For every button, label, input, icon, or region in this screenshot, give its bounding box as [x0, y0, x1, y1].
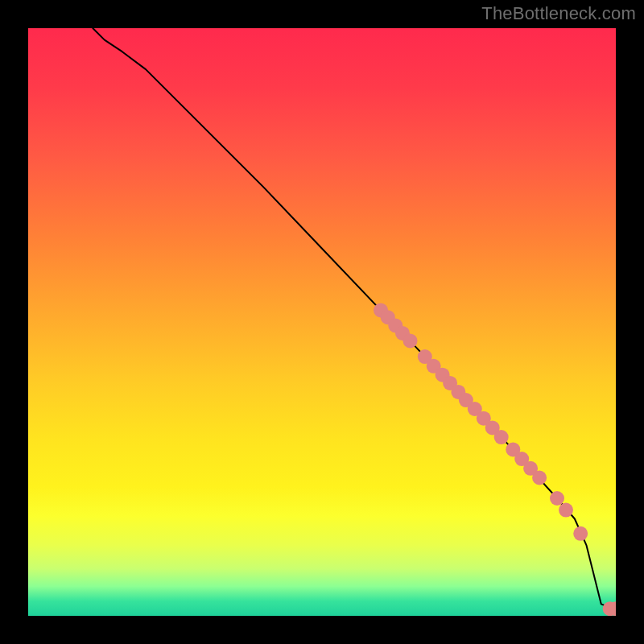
marker-point [559, 503, 573, 518]
watermark-text: TheBottleneck.com [481, 3, 636, 24]
plot-overlay [28, 28, 616, 616]
marker-point [550, 491, 564, 506]
marker-point [403, 333, 418, 348]
markers [374, 303, 616, 616]
marker-point [532, 471, 547, 485]
marker-point [573, 526, 588, 541]
main-curve [93, 28, 616, 610]
marker-point [494, 430, 509, 444]
chart-container: TheBottleneck.com [0, 0, 644, 644]
